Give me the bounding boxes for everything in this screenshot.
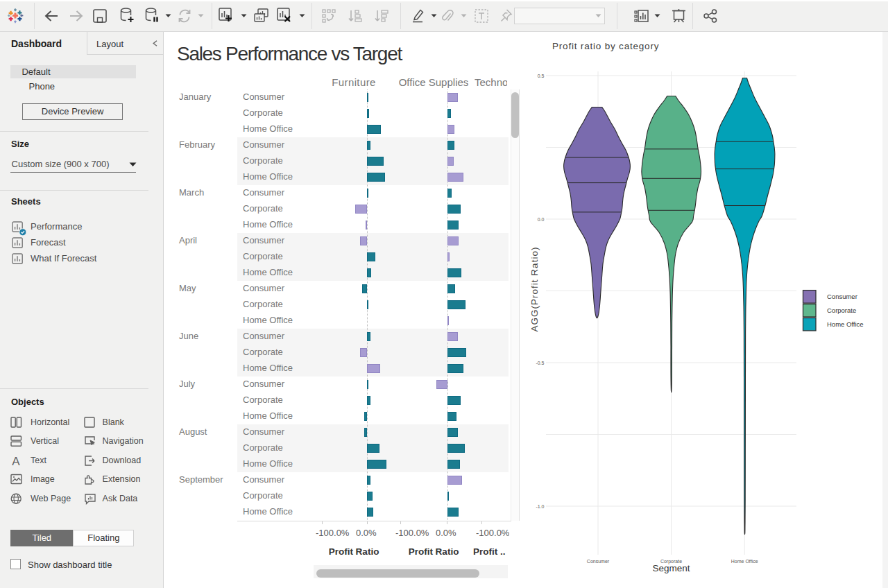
svg-text:Consumer: Consumer [827, 293, 857, 300]
svg-text:0.0: 0.0 [538, 217, 545, 222]
svg-text:-0.5: -0.5 [536, 361, 544, 365]
svg-text:Home Office: Home Office [827, 320, 864, 328]
svg-text:-1.0: -1.0 [536, 504, 544, 509]
svg-text:0.5: 0.5 [538, 74, 545, 78]
svg-text:Corporate: Corporate [827, 306, 856, 314]
svg-text:Home Office: Home Office [731, 559, 758, 564]
svg-text:Profit ratio by category: Profit ratio by category [552, 41, 659, 51]
svg-text:AGG(Profit Ratio): AGG(Profit Ratio) [529, 247, 540, 332]
svg-text:Segment: Segment [652, 563, 690, 573]
svg-text:A: A [12, 455, 20, 467]
svg-text:Consumer: Consumer [587, 559, 610, 564]
